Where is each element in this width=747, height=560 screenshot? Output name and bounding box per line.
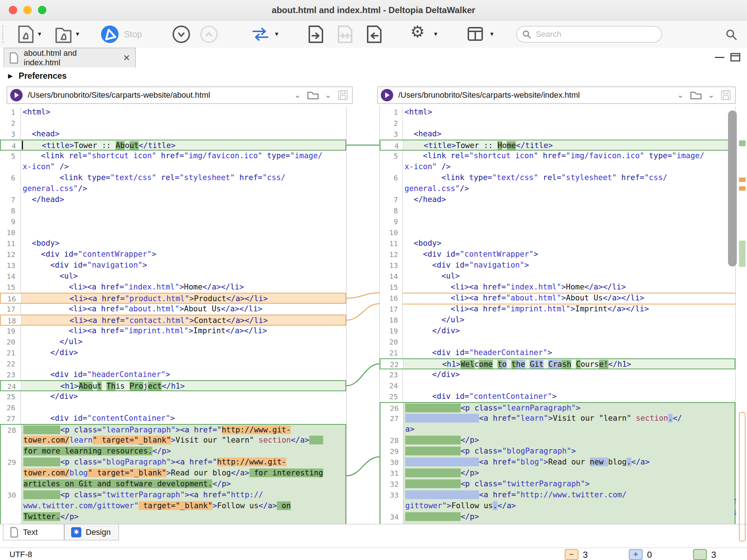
code-line[interactable]: <div id="headerContainer"> bbox=[21, 369, 346, 380]
settings-dropdown[interactable]: ▾ bbox=[434, 20, 437, 48]
code-line[interactable]: <div id="contentWrapper"> bbox=[21, 249, 346, 260]
code-line[interactable]: </head> bbox=[21, 194, 346, 205]
zoom-window-button[interactable] bbox=[38, 6, 46, 14]
code-line[interactable]: <p class="learnParagraph"> bbox=[403, 403, 735, 413]
code-line[interactable]: general.css"/> bbox=[403, 183, 735, 194]
code-line[interactable]: <ul> bbox=[21, 271, 346, 282]
ruler-mark[interactable] bbox=[739, 140, 746, 146]
vertical-scrollbar-thumb[interactable] bbox=[728, 110, 737, 267]
ruler-mark[interactable] bbox=[739, 186, 746, 191]
code-line[interactable] bbox=[403, 227, 735, 238]
code-line[interactable]: <li><a href="imprint.html">Imprint</a></… bbox=[403, 304, 735, 315]
arrow-down-icon[interactable]: ↓ bbox=[729, 506, 742, 517]
code-line[interactable]: <body> bbox=[403, 238, 735, 249]
code-line[interactable]: Twitter.</p> bbox=[22, 512, 345, 522]
code-line[interactable]: <link type="text/css" rel="stylesheet" h… bbox=[21, 172, 346, 183]
compare-folders-button[interactable] bbox=[54, 25, 73, 46]
layout-dropdown[interactable]: ▾ bbox=[490, 20, 494, 48]
preferences-label[interactable]: Preferences bbox=[19, 71, 67, 81]
code-line[interactable]: tower.com/learn" target="_blank">Visit o… bbox=[22, 435, 345, 446]
save-icon[interactable] bbox=[337, 90, 348, 101]
settings-button[interactable]: ⚙ bbox=[410, 22, 425, 41]
minimize-window-button[interactable] bbox=[23, 6, 32, 14]
diff-overview-ruler[interactable] bbox=[739, 106, 746, 524]
code-line[interactable] bbox=[403, 337, 735, 347]
code-line[interactable]: general.css"/> bbox=[21, 183, 346, 194]
code-line[interactable]: <html> bbox=[403, 107, 735, 118]
code-line[interactable]: <p class="learnParagraph"><a href="http:… bbox=[22, 425, 345, 435]
search-input[interactable] bbox=[535, 29, 656, 39]
code-line[interactable]: <li><a href="index.html">Home</a></li> bbox=[403, 282, 735, 293]
code-line[interactable]: <a href="blog">Read our new blog.</a> bbox=[403, 457, 735, 468]
maximize-view-icon[interactable] bbox=[730, 53, 740, 63]
code-line[interactable]: <title>Tower :: About</title> bbox=[22, 140, 345, 150]
right-file-path-bar[interactable]: /Users/brunobrito/Sites/carparts-website… bbox=[377, 86, 736, 104]
code-line[interactable] bbox=[403, 118, 735, 129]
code-line[interactable]: <link type="text/css" rel="stylesheet" h… bbox=[403, 172, 735, 183]
code-line[interactable]: <html> bbox=[21, 107, 346, 118]
code-line[interactable] bbox=[21, 402, 346, 413]
code-line[interactable]: <li><a href="contact.html">Contact</a></… bbox=[22, 315, 345, 325]
code-line[interactable]: </p> bbox=[403, 512, 735, 522]
merge-right-button[interactable] bbox=[307, 25, 325, 46]
code-line[interactable]: <head> bbox=[403, 129, 735, 140]
code-line[interactable]: a> bbox=[403, 424, 735, 435]
code-line[interactable]: <ul> bbox=[403, 271, 735, 282]
find-button[interactable] bbox=[725, 28, 738, 42]
scroll-nav-arrows[interactable]: ↑ ↓ bbox=[729, 495, 742, 517]
compare-files-button[interactable] bbox=[16, 25, 35, 46]
ruler-mark[interactable] bbox=[739, 241, 746, 267]
ruler-mark[interactable] bbox=[739, 178, 746, 182]
arrow-up-icon[interactable]: ↑ bbox=[729, 495, 742, 506]
code-line[interactable]: articles on Git and software development… bbox=[22, 479, 345, 490]
code-line[interactable]: <li><a href="index.html">Home</a></li> bbox=[21, 282, 346, 293]
disclosure-triangle-icon[interactable]: ▶ bbox=[8, 72, 13, 80]
code-line[interactable] bbox=[21, 358, 346, 369]
deltawalker-logo-button[interactable] bbox=[101, 26, 119, 43]
code-line[interactable]: <div id="navigation"> bbox=[403, 260, 735, 271]
code-line[interactable]: </div> bbox=[21, 347, 346, 358]
previous-difference-button[interactable] bbox=[200, 26, 218, 43]
code-line[interactable]: <a href="learn">Visit our "learn" sectio… bbox=[403, 413, 735, 424]
code-line[interactable]: x-icon" /> bbox=[403, 162, 735, 172]
code-line[interactable]: </div> bbox=[403, 369, 735, 380]
toolbar-search-field[interactable] bbox=[516, 26, 662, 43]
code-line[interactable]: gittower">Follow us.</a> bbox=[403, 501, 735, 512]
folder-icon[interactable] bbox=[307, 90, 319, 100]
code-line[interactable]: <p class="twitterParagraph"><a href="htt… bbox=[22, 490, 345, 501]
right-code-pane[interactable]: 1<html>23 <head>4 <title>Tower :: Home</… bbox=[379, 106, 736, 524]
path-dropdown-icon[interactable]: ⌄ bbox=[294, 90, 301, 100]
code-line[interactable]: for more learning resources.</p> bbox=[22, 446, 345, 457]
code-line[interactable]: <a href="http://www.twitter.com/ bbox=[403, 490, 735, 501]
compare-files-dropdown[interactable]: ▾ bbox=[38, 20, 41, 48]
code-line[interactable]: <li><a href="about.html">About Us</a></l… bbox=[403, 293, 735, 304]
tab-design-view[interactable]: ✱ Design bbox=[64, 524, 119, 540]
code-line[interactable]: </p> bbox=[403, 435, 735, 446]
minimize-view-icon[interactable] bbox=[715, 57, 724, 58]
compare-folders-dropdown[interactable]: ▾ bbox=[76, 20, 79, 48]
code-line[interactable]: </p> bbox=[403, 468, 735, 479]
code-line[interactable] bbox=[21, 118, 346, 129]
code-line[interactable]: </ul> bbox=[403, 315, 735, 326]
code-line[interactable]: <li><a href="imprint.html">Imprint</a></… bbox=[21, 326, 346, 337]
code-line[interactable]: <p class="blogParagraph"> bbox=[403, 446, 735, 457]
code-line[interactable]: tower.com/blog" target="_blank">Read our… bbox=[22, 468, 345, 479]
ruler-mark[interactable] bbox=[739, 412, 746, 541]
code-line[interactable]: x-icon" /> bbox=[21, 162, 346, 172]
code-line[interactable] bbox=[403, 380, 735, 391]
right-file-path[interactable]: /Users/brunobrito/Sites/carparts-website… bbox=[398, 90, 677, 100]
code-line[interactable]: </div> bbox=[403, 326, 735, 337]
code-line[interactable]: <div id="contentContainer"> bbox=[403, 391, 735, 402]
code-line[interactable]: <head> bbox=[21, 129, 346, 140]
code-line[interactable] bbox=[403, 216, 735, 227]
merge-both-button[interactable] bbox=[336, 25, 355, 46]
save-icon[interactable] bbox=[720, 90, 731, 101]
code-line[interactable] bbox=[403, 205, 735, 216]
code-line[interactable]: <link rel="shortcut icon" href="img/favi… bbox=[403, 151, 735, 162]
code-line[interactable]: <p class="twitterParagraph"> bbox=[403, 479, 735, 490]
code-line[interactable]: <div id="contentContainer"> bbox=[21, 413, 346, 424]
code-line[interactable] bbox=[21, 227, 346, 238]
folder-dropdown-icon[interactable]: ⌄ bbox=[708, 90, 715, 100]
code-line[interactable]: </head> bbox=[403, 194, 735, 205]
refresh-comparison-button[interactable] bbox=[251, 27, 270, 43]
